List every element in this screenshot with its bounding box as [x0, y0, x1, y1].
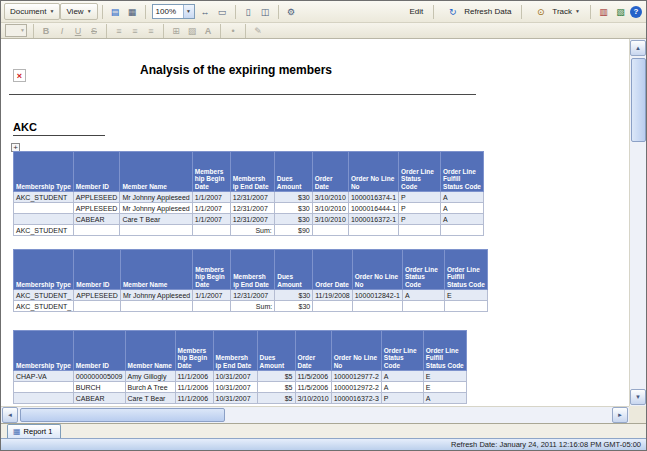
- cell: $5: [257, 382, 295, 393]
- track-button[interactable]: ⊙ Track ▼: [526, 3, 586, 20]
- main-toolbar: Document ▼ View ▼ ▤ ▦ 100% ▼ ↔ ▭ ▯ ◫ ⚙ E…: [1, 1, 646, 23]
- toolbar-separator: [106, 24, 107, 38]
- help-icon[interactable]: ?: [630, 6, 642, 18]
- italic-icon[interactable]: I: [55, 24, 69, 37]
- print-icon[interactable]: ▦: [125, 4, 140, 19]
- column-header[interactable]: Dues Amount: [257, 331, 295, 371]
- vertical-scrollbar[interactable]: ▲ ▼: [629, 39, 646, 406]
- scroll-right-button[interactable]: ►: [612, 407, 628, 423]
- strikethrough-icon[interactable]: S: [87, 24, 101, 37]
- column-header[interactable]: Order Line Fulfill Status Code: [423, 331, 466, 371]
- bold-icon[interactable]: B: [39, 24, 53, 37]
- column-header[interactable]: Order Line Status Code: [399, 152, 441, 192]
- fit-page-icon[interactable]: ▭: [215, 4, 230, 19]
- cell: 10/31/2007: [213, 382, 257, 393]
- scroll-up-button[interactable]: ▲: [630, 40, 646, 56]
- track-label: Track: [552, 7, 572, 16]
- column-header[interactable]: Order No Line No: [331, 331, 381, 371]
- font-size-combo[interactable]: ▼: [5, 24, 27, 37]
- align-center-icon[interactable]: ≡: [128, 24, 142, 37]
- group-header: AKC: [13, 121, 105, 136]
- fill-color-icon[interactable]: ▨: [185, 24, 199, 37]
- facing-pages-icon[interactable]: ◫: [258, 4, 273, 19]
- chart-icon[interactable]: ▧: [613, 4, 628, 19]
- font-color-icon[interactable]: A: [201, 24, 215, 37]
- column-header[interactable]: Member ID: [73, 152, 120, 192]
- cell: APPLESEED: [73, 203, 120, 214]
- cell: [14, 393, 74, 404]
- single-page-icon[interactable]: ▯: [241, 4, 256, 19]
- column-header[interactable]: Membersh ip End Date: [230, 152, 274, 192]
- refresh-data-button[interactable]: ↻ Refresh Data: [438, 3, 517, 20]
- cell: 3/10/2010: [312, 192, 348, 203]
- scroll-down-button[interactable]: ▼: [630, 389, 646, 405]
- edit-button[interactable]: Edit: [403, 3, 429, 20]
- horizontal-scrollbar[interactable]: ◄ ►: [1, 406, 629, 423]
- column-header[interactable]: Membership Type: [14, 250, 74, 290]
- column-header[interactable]: Membership Type: [14, 152, 74, 192]
- column-header[interactable]: Order Line Fulfill Status Code: [444, 250, 487, 290]
- cell: [74, 301, 121, 312]
- cell: [348, 225, 398, 236]
- cell: [193, 301, 231, 312]
- column-header[interactable]: Order No Line No: [348, 152, 398, 192]
- column-header[interactable]: Order Line Status Code: [381, 331, 423, 371]
- horizontal-scroll-thumb[interactable]: [20, 408, 225, 422]
- cell: Sum:: [231, 301, 275, 312]
- document-menu-button[interactable]: Document ▼: [4, 3, 60, 20]
- cell: 1000012972-2: [331, 382, 381, 393]
- column-header[interactable]: Membership Type: [14, 331, 74, 371]
- column-header[interactable]: Member Name: [120, 250, 192, 290]
- column-header[interactable]: Membersh ip End Date: [213, 331, 257, 371]
- column-header[interactable]: Order Date: [295, 331, 331, 371]
- zoom-dropdown-button[interactable]: ▼: [183, 5, 194, 18]
- column-header[interactable]: Order Date: [313, 250, 353, 290]
- zoom-combo[interactable]: 100% ▼: [152, 4, 195, 19]
- align-right-icon[interactable]: ≡: [144, 24, 158, 37]
- tab-report-1[interactable]: ▦ Report 1: [7, 424, 61, 438]
- bullet-list-icon[interactable]: •: [226, 24, 240, 37]
- cell: A: [402, 290, 444, 301]
- column-header[interactable]: Order Line Fulfill Status Code: [441, 152, 484, 192]
- pencil-icon[interactable]: ✎: [251, 24, 265, 37]
- cell: 12/31/2007: [230, 203, 274, 214]
- cell: 11/1/2006: [175, 393, 213, 404]
- chevron-down-icon: ▼: [186, 9, 191, 14]
- column-header[interactable]: Member Name: [120, 152, 192, 192]
- track-icon: ⊙: [533, 4, 548, 19]
- cell: Sum:: [230, 225, 274, 236]
- save-icon[interactable]: ▤: [108, 4, 123, 19]
- cell: 3/10/2010: [312, 214, 348, 225]
- column-header[interactable]: Order Line Status Code: [402, 250, 444, 290]
- cell: E: [423, 371, 466, 382]
- header-row: Membership TypeMember IDMember NameMembe…: [14, 331, 467, 371]
- column-header[interactable]: Member ID: [74, 250, 121, 290]
- column-header[interactable]: Member ID: [73, 331, 125, 371]
- column-header[interactable]: Member Name: [125, 331, 175, 371]
- view-menu-button[interactable]: View ▼: [60, 3, 97, 20]
- cell: [14, 382, 74, 393]
- cell: 1/1/2007: [193, 290, 231, 301]
- table-row: APPLESEEDMr Johnny Appleseed1/1/200712/3…: [14, 203, 484, 214]
- underline-icon[interactable]: U: [71, 24, 85, 37]
- borders-icon[interactable]: ⊞: [169, 24, 183, 37]
- scroll-left-button[interactable]: ◄: [2, 407, 18, 423]
- column-header[interactable]: Members hip Begin Date: [192, 152, 230, 192]
- export-icon[interactable]: ▥: [596, 4, 611, 19]
- column-header[interactable]: Order Date: [312, 152, 348, 192]
- cell: $5: [257, 393, 295, 404]
- cell: P: [399, 203, 441, 214]
- cell: APPLESEED: [74, 290, 121, 301]
- column-header[interactable]: Order No Line No: [352, 250, 402, 290]
- column-header[interactable]: Dues Amount: [275, 250, 313, 290]
- vertical-scroll-thumb[interactable]: [631, 58, 646, 142]
- chevron-down-icon: ▼: [49, 9, 54, 14]
- cell: Amy Gillogly: [125, 371, 175, 382]
- column-header[interactable]: Dues Amount: [274, 152, 312, 192]
- column-header[interactable]: Members hip Begin Date: [193, 250, 231, 290]
- align-left-icon[interactable]: ≡: [112, 24, 126, 37]
- fit-width-icon[interactable]: ↔: [198, 4, 213, 19]
- column-header[interactable]: Members hip Begin Date: [175, 331, 213, 371]
- tools-icon[interactable]: ⚙: [284, 4, 299, 19]
- column-header[interactable]: Membersh ip End Date: [231, 250, 275, 290]
